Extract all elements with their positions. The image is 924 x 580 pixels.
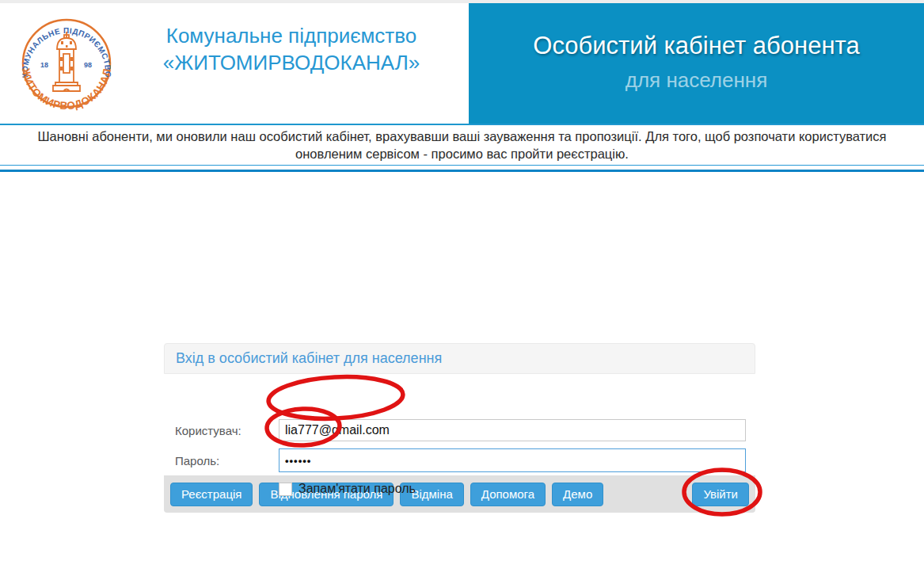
tower-windows: [60, 41, 73, 71]
notice-bottom-rule: [0, 170, 924, 172]
login-panel: Вхід в особистий кабінет для населення К…: [164, 343, 755, 513]
header-left: КОМУНАЛЬНЕ ПІДПРИЄМСТВО ЖИТОМИРВОДОКАНАЛ…: [0, 3, 469, 124]
password-label: Пароль:: [175, 454, 219, 467]
page: КОМУНАЛЬНЕ ПІДПРИЄМСТВО ЖИТОМИРВОДОКАНАЛ…: [0, 0, 924, 580]
notice-text: Шановні абоненти, ми оновили наш особист…: [3, 128, 922, 162]
remember-password-label: Запам'ятати пароль: [298, 482, 416, 496]
water-tower-icon: [53, 32, 80, 91]
register-button[interactable]: Реєстрація: [170, 483, 253, 506]
logo-seal-icon: КОМУНАЛЬНЕ ПІДПРИЄМСТВО ЖИТОМИРВОДОКАНАЛ…: [14, 13, 119, 117]
company-logo: КОМУНАЛЬНЕ ПІДПРИЄМСТВО ЖИТОМИРВОДОКАНАЛ…: [14, 13, 119, 117]
notice-bar: Шановні абоненти, ми оновили наш особист…: [0, 125, 924, 166]
remember-password-row: Запам'ятати пароль: [279, 482, 416, 496]
remember-password-checkbox[interactable]: [279, 483, 292, 496]
password-input[interactable]: [279, 448, 746, 472]
company-name-line2: «ЖИТОМИРВОДОКАНАЛ»: [117, 49, 466, 76]
logo-year-left: 18: [40, 61, 48, 69]
login-panel-title: Вхід в особистий кабінет для населення: [176, 350, 442, 367]
help-button[interactable]: Допомога: [470, 483, 546, 506]
demo-button[interactable]: Демо: [552, 483, 603, 506]
login-panel-body: Користувач: Пароль: Запам'ятати пароль: [164, 374, 755, 475]
company-name: Комунальне підприємство «ЖИТОМИРВОДОКАНА…: [117, 22, 466, 76]
logo-year-right: 98: [84, 61, 92, 69]
login-panel-footer: Реєстрація Відновлення пароля Відміна До…: [164, 475, 755, 513]
username-label: Користувач:: [175, 424, 241, 437]
banner-title: Особистий кабінет абонента: [469, 32, 924, 60]
login-panel-header: Вхід в особистий кабінет для населення: [164, 343, 755, 374]
banner-subtitle: для населення: [469, 68, 924, 93]
login-button[interactable]: Увійти: [692, 483, 749, 506]
banner: Особистий кабінет абонента для населення: [469, 3, 924, 124]
company-name-line1: Комунальне підприємство: [117, 22, 466, 49]
username-input[interactable]: [279, 419, 746, 441]
